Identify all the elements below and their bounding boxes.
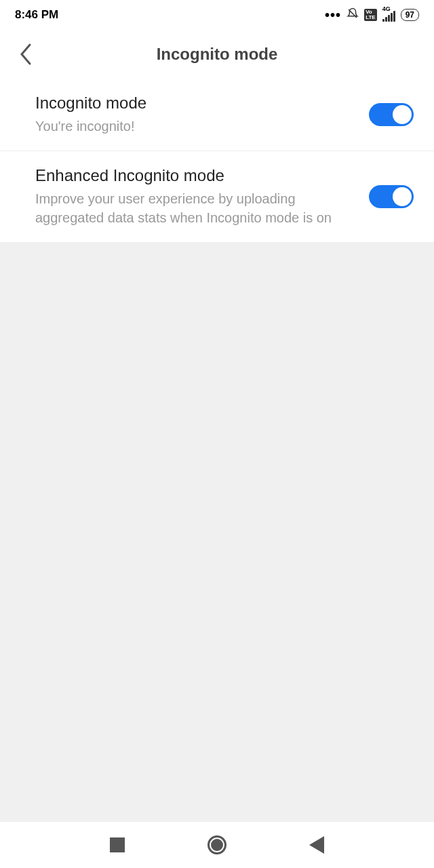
setting-title: Incognito mode	[35, 94, 355, 113]
app-header: Incognito mode	[0, 30, 434, 79]
back-nav-button[interactable]	[303, 831, 330, 859]
recents-button[interactable]	[104, 831, 131, 859]
navigation-bar	[0, 822, 434, 868]
notification-muted-icon	[347, 7, 359, 23]
more-icon: •••	[325, 7, 341, 23]
setting-title: Enhanced Incognito mode	[35, 166, 355, 185]
enhanced-incognito-toggle[interactable]	[369, 185, 414, 208]
triangle-left-icon	[309, 836, 324, 854]
incognito-mode-row[interactable]: Incognito mode You're incognito!	[0, 79, 434, 151]
back-button[interactable]	[14, 42, 38, 66]
setting-subtitle: You're incognito!	[35, 117, 355, 136]
settings-list: Incognito mode You're incognito! Enhance…	[0, 79, 434, 243]
volte-icon: VoLTE	[364, 9, 377, 21]
status-time: 8:46 PM	[15, 8, 58, 22]
page-title: Incognito mode	[157, 45, 278, 64]
circle-icon	[208, 835, 226, 854]
enhanced-incognito-row[interactable]: Enhanced Incognito mode Improve your use…	[0, 151, 434, 243]
square-icon	[110, 837, 125, 852]
chevron-left-icon	[18, 42, 34, 66]
content-spacer	[0, 243, 434, 822]
status-indicators: ••• VoLTE 4G 97	[325, 5, 419, 25]
signal-group: 4G	[382, 5, 395, 25]
status-bar: 8:46 PM ••• VoLTE 4G 97	[0, 0, 434, 30]
setting-subtitle: Improve your user experience by uploadin…	[35, 189, 355, 227]
signal-bars-icon	[382, 11, 395, 22]
incognito-mode-toggle[interactable]	[369, 103, 414, 126]
home-button[interactable]	[203, 831, 231, 859]
setting-text: Enhanced Incognito mode Improve your use…	[35, 166, 369, 227]
battery-indicator: 97	[401, 9, 419, 21]
setting-text: Incognito mode You're incognito!	[35, 94, 369, 136]
